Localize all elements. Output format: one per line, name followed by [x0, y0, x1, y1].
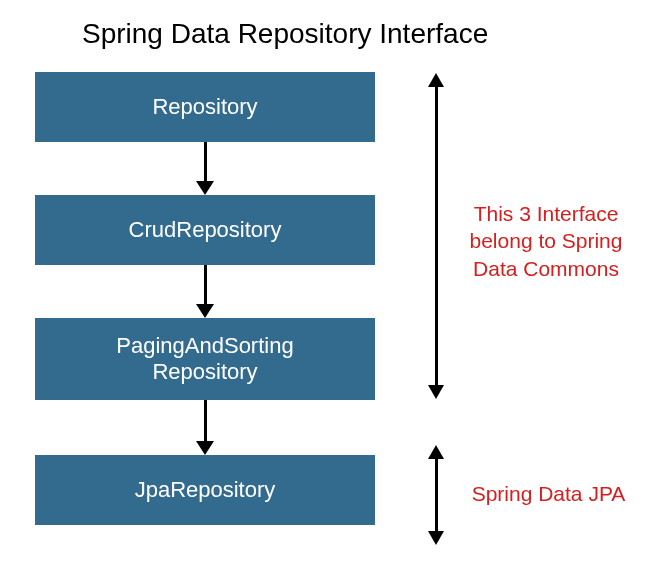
- annotation-commons: This 3 Interfacebelong to SpringData Com…: [466, 200, 626, 282]
- box-crud-repository: CrudRepository: [35, 195, 375, 265]
- box-jpa-repository: JpaRepository: [35, 455, 375, 525]
- box-paging-sorting-repository: PagingAndSortingRepository: [35, 318, 375, 400]
- annotation-jpa: Spring Data JPA: [466, 480, 631, 507]
- diagram-title: Spring Data Repository Interface: [82, 18, 488, 50]
- box-repository: Repository: [35, 72, 375, 142]
